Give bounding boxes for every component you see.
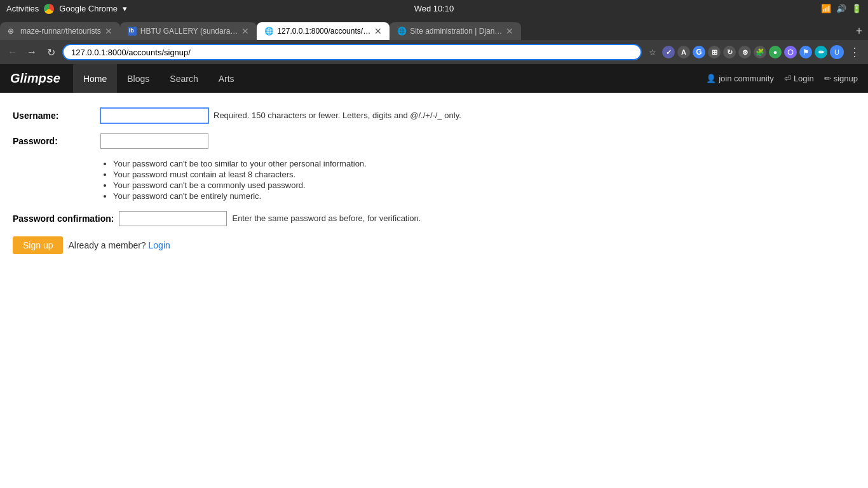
site-logo[interactable]: Glimpse (10, 71, 60, 86)
address-bar-row: ← → ↻ ☆ ✓ A G ⊞ ↻ ⊛ 🧩 ● ⬡ ⚑ ✏ U ⋮ (0, 40, 868, 64)
tab-title-4: Site administration | Djan… (410, 27, 502, 36)
password-confirm-label: Password confirmation: (13, 211, 114, 224)
signup-nav-link[interactable]: ✏ signup (824, 74, 858, 83)
address-input[interactable] (62, 44, 642, 60)
password-confirm-input[interactable] (119, 211, 227, 226)
signup-button[interactable]: Sign up (13, 236, 63, 254)
tab-close-4[interactable]: ✕ (506, 26, 513, 36)
refresh-ext-icon[interactable]: ↻ (723, 46, 736, 58)
browser-tab-4[interactable]: 🌐 Site administration | Djan… ✕ (390, 22, 521, 40)
activities-label[interactable]: Activities (6, 4, 39, 13)
username-row: Username: Required. 150 characters or fe… (13, 108, 855, 123)
pencil-icon: ✏ (824, 74, 831, 83)
bookmark-icon[interactable]: ☆ (646, 45, 660, 59)
tab-bar: ⊕ maze-runnar/thetourists ✕ ib HBTU GALL… (0, 17, 868, 40)
password-label: Password: (13, 133, 95, 146)
browser-tab-2[interactable]: ib HBTU GALLERY (sundara… ✕ (120, 22, 257, 40)
forward-button[interactable]: → (24, 44, 39, 60)
nav-link-home[interactable]: Home (73, 64, 117, 93)
login-icon: ⏎ (784, 74, 791, 83)
shield-ext-icon[interactable]: ✓ (662, 46, 675, 58)
join-community-link[interactable]: 👤 join community (706, 74, 774, 83)
new-tab-button[interactable]: + (850, 22, 868, 40)
puzzle2-ext-icon[interactable]: 🧩 (754, 46, 766, 58)
username-label: Username: (13, 108, 95, 121)
purple-shield-ext-icon[interactable]: ⬡ (784, 46, 797, 58)
nav-link-blogs[interactable]: Blogs (117, 64, 159, 93)
browser-tab-1[interactable]: ⊕ maze-runnar/thetourists ✕ (0, 22, 120, 40)
login-nav-link[interactable]: ⏎ Login (784, 74, 814, 83)
nav-links: Home Blogs Search Arts (73, 64, 245, 93)
username-hint: Required. 150 characters or fewer. Lette… (214, 108, 461, 120)
nav-link-arts[interactable]: Arts (208, 64, 245, 93)
already-member-text: Already a member? Login (68, 240, 170, 250)
tab-close-3[interactable]: ✕ (374, 26, 382, 36)
chrome-logo-icon (44, 4, 54, 14)
toolbar-icons: ☆ ✓ A G ⊞ ↻ ⊛ 🧩 ● ⬡ ⚑ ✏ U ⋮ (646, 45, 863, 59)
password-confirm-row: Password confirmation: Enter the same pa… (13, 211, 855, 226)
tab-favicon-1: ⊕ (8, 27, 17, 36)
g-ext-icon[interactable]: G (693, 46, 705, 58)
pen-ext-icon[interactable]: ✏ (815, 46, 827, 58)
username-input[interactable] (100, 108, 208, 123)
os-datetime: Wed 10:10 (414, 4, 454, 13)
browser-menu-button[interactable]: ⋮ (846, 45, 863, 59)
reload-button[interactable]: ↻ (43, 44, 58, 60)
password-hint-2: Your password must contain at least 8 ch… (113, 170, 855, 179)
tab-title-3: 127.0.0.1:8000/accounts/… (277, 27, 370, 36)
volume-icon: 🔊 (836, 4, 846, 13)
tab-title-1: maze-runnar/thetourists (20, 27, 101, 36)
battery-icon: 🔋 (851, 4, 862, 13)
tab-favicon-3: 🌐 (264, 27, 273, 36)
tab-close-1[interactable]: ✕ (105, 26, 112, 36)
user-avatar-icon[interactable]: U (830, 45, 844, 59)
nav-link-search[interactable]: Search (159, 64, 208, 93)
login-link[interactable]: Login (149, 240, 170, 250)
a-ext-icon[interactable]: A (677, 46, 690, 58)
puzzle-ext-icon[interactable]: ⊛ (738, 46, 751, 58)
password-hints: Your password can't be too similar to yo… (100, 159, 855, 201)
green-circle-ext-icon[interactable]: ● (769, 46, 782, 58)
password-hint-4: Your password can't be entirely numeric. (113, 191, 855, 201)
password-confirm-hint: Enter the same password as before, for v… (232, 211, 421, 223)
password-hint-1: Your password can't be too similar to yo… (113, 159, 855, 168)
back-button[interactable]: ← (5, 44, 20, 60)
tab-favicon-2: ib (128, 27, 137, 36)
grids-ext-icon[interactable]: ⊞ (708, 46, 721, 58)
person-icon: 👤 (706, 74, 716, 83)
tab-favicon-4: 🌐 (397, 27, 406, 36)
tab-close-2[interactable]: ✕ (241, 26, 249, 36)
tab-title-2: HBTU GALLERY (sundara… (140, 27, 238, 36)
browser-tab-3[interactable]: 🌐 127.0.0.1:8000/accounts/… ✕ (257, 22, 390, 40)
flag-ext-icon[interactable]: ⚑ (799, 46, 812, 58)
form-actions: Sign up Already a member? Login (13, 236, 855, 254)
site-navigation: Glimpse Home Blogs Search Arts 👤 join co… (0, 64, 868, 93)
password-input[interactable] (100, 133, 208, 149)
browser-name-label: Google Chrome (59, 4, 118, 13)
password-hint-3: Your password can't be a commonly used p… (113, 180, 855, 190)
password-row: Password: (13, 133, 855, 149)
dropdown-arrow-icon: ▾ (123, 4, 127, 13)
nav-right-links: 👤 join community ⏎ Login ✏ signup (706, 74, 858, 83)
os-bar: Activities Google Chrome ▾ Wed 10:10 📶 🔊… (0, 0, 868, 17)
main-content: Username: Required. 150 characters or fe… (0, 93, 868, 269)
wifi-icon: 📶 (821, 4, 831, 13)
